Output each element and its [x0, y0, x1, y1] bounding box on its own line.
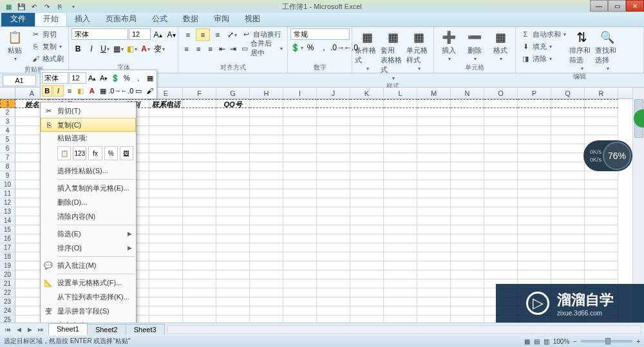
cell[interactable] [216, 306, 250, 315]
row-header-22[interactable]: 22 [0, 288, 15, 297]
col-header-N[interactable]: N [451, 88, 484, 98]
cell[interactable] [317, 99, 350, 108]
cell[interactable] [216, 117, 250, 126]
paste-opt-link[interactable]: 🖼 [120, 146, 133, 160]
cell[interactable] [451, 135, 484, 144]
cell[interactable] [350, 117, 384, 126]
cell[interactable] [149, 198, 183, 207]
cell[interactable] [149, 243, 183, 252]
cell[interactable] [250, 198, 283, 207]
col-header-I[interactable]: I [283, 88, 317, 98]
cell[interactable] [250, 144, 283, 153]
mini-percent[interactable]: % [121, 72, 132, 84]
col-header-H[interactable]: H [250, 88, 283, 98]
cell[interactable] [518, 261, 551, 270]
cell[interactable] [451, 207, 484, 216]
cell[interactable] [518, 135, 551, 144]
paste-opt-formatting[interactable]: % [104, 146, 118, 160]
cell[interactable] [518, 216, 551, 225]
cell[interactable] [149, 288, 183, 297]
row-header-10[interactable]: 10 [0, 180, 15, 189]
cell[interactable] [283, 261, 317, 270]
cell[interactable] [585, 198, 618, 207]
cell[interactable] [384, 99, 417, 108]
cell[interactable] [585, 126, 618, 135]
cell[interactable] [317, 135, 350, 144]
ctx-sort[interactable]: 排序(O)▶ [41, 241, 136, 255]
cell[interactable] [451, 297, 484, 306]
row-header-15[interactable]: 15 [0, 225, 15, 234]
cell[interactable] [417, 108, 451, 117]
cell[interactable] [250, 306, 283, 315]
cell[interactable] [350, 153, 384, 162]
col-header-F[interactable]: F [183, 88, 216, 98]
cell[interactable] [250, 135, 283, 144]
ctx-clear[interactable]: 清除内容(N) [41, 209, 136, 223]
mini-painter[interactable]: 🖌 [145, 85, 155, 97]
indent-dec-button[interactable]: ⇤ [216, 42, 227, 55]
ctx-comment[interactable]: 💬插入批注(M) [41, 258, 136, 272]
cell[interactable] [484, 216, 518, 225]
cell[interactable] [317, 153, 350, 162]
cell[interactable] [350, 180, 384, 189]
cell[interactable] [384, 207, 417, 216]
qat-dropdown-icon[interactable]: ▾ [68, 1, 79, 12]
cell[interactable] [283, 288, 317, 297]
cell[interactable] [149, 189, 183, 198]
comma-button[interactable]: , [317, 41, 330, 54]
cell[interactable] [384, 117, 417, 126]
cell[interactable] [350, 144, 384, 153]
cell[interactable] [250, 126, 283, 135]
cell[interactable] [317, 180, 350, 189]
cell[interactable] [250, 225, 283, 234]
align-right-button[interactable]: ≡ [205, 42, 216, 55]
cell[interactable] [283, 234, 317, 243]
row-header-8[interactable]: 8 [0, 162, 15, 171]
cell[interactable] [216, 297, 250, 306]
cell[interactable] [317, 288, 350, 297]
cell[interactable] [183, 297, 216, 306]
cell[interactable] [183, 162, 216, 171]
cell[interactable] [149, 252, 183, 261]
cell[interactable] [585, 171, 618, 180]
cell[interactable] [417, 279, 451, 288]
cell-styles-button[interactable]: ▦单元格样式▾ [406, 28, 431, 71]
zoom-in-button[interactable]: + [636, 338, 640, 345]
cell[interactable] [585, 99, 618, 108]
row-header-12[interactable]: 12 [0, 198, 15, 207]
ctx-insert-copied[interactable]: 插入复制的单元格(E)... [41, 181, 136, 195]
cell[interactable] [250, 288, 283, 297]
cell[interactable] [283, 117, 317, 126]
col-header-Q[interactable]: Q [551, 88, 585, 98]
cell[interactable] [451, 252, 484, 261]
cell[interactable] [216, 270, 250, 279]
row-header-1[interactable]: 1 [0, 99, 15, 108]
row-header-5[interactable]: 5 [0, 135, 15, 144]
indent-inc-button[interactable]: ⇥ [228, 42, 238, 55]
minimize-button[interactable]: — [590, 0, 608, 12]
cell[interactable] [350, 270, 384, 279]
cell[interactable] [451, 198, 484, 207]
cell[interactable] [350, 252, 384, 261]
cell[interactable] [417, 297, 451, 306]
row-header-24[interactable]: 24 [0, 306, 15, 315]
cell[interactable] [518, 162, 551, 171]
cell[interactable] [417, 99, 451, 108]
mini-size-combo[interactable]: 12 [69, 72, 86, 84]
cell[interactable] [183, 315, 216, 323]
cell[interactable] [183, 243, 216, 252]
cell[interactable] [451, 234, 484, 243]
cell[interactable] [216, 288, 250, 297]
cell[interactable] [317, 234, 350, 243]
cell[interactable] [585, 180, 618, 189]
cell[interactable] [451, 243, 484, 252]
cell[interactable] [149, 144, 183, 153]
cell[interactable] [384, 306, 417, 315]
cell[interactable] [484, 189, 518, 198]
cell[interactable] [417, 207, 451, 216]
cell[interactable] [518, 180, 551, 189]
cell[interactable] [585, 225, 618, 234]
paste-opt-values[interactable]: 123 [73, 146, 86, 160]
align-bottom-button[interactable]: ≡ [211, 28, 225, 41]
italic-button[interactable]: I [85, 42, 98, 55]
